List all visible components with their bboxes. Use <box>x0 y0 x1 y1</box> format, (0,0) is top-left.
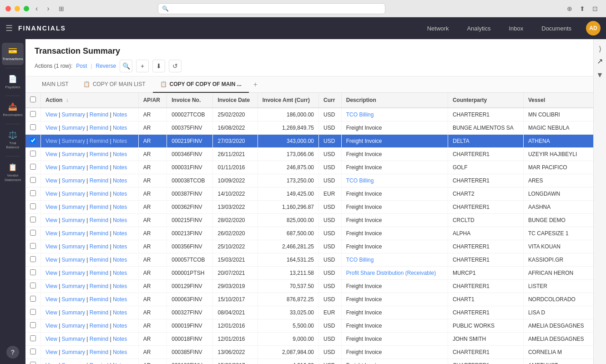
header-description[interactable]: Description <box>341 93 448 108</box>
action-remind-link[interactable]: Remind <box>90 177 108 184</box>
row-action[interactable]: View | Summary | Remind | Notes <box>41 227 139 240</box>
row-checkbox[interactable] <box>30 283 36 288</box>
row-checkbox-cell[interactable] <box>25 227 41 240</box>
row-action[interactable]: View | Summary | Remind | Notes <box>41 267 139 280</box>
action-remind-link[interactable]: Remind <box>90 125 108 131</box>
tab-copy-copy-main[interactable]: 📋 COPY OF COPY OF MAIN ... <box>153 76 249 93</box>
action-summary-link[interactable]: Summary <box>62 362 85 364</box>
post-link[interactable]: Post <box>76 63 87 69</box>
row-checkbox-cell[interactable] <box>25 280 41 293</box>
row-action[interactable]: View | Summary | Remind | Notes <box>41 161 139 174</box>
row-action[interactable]: View | Summary | Remind | Notes <box>41 187 139 201</box>
row-checkbox-cell[interactable] <box>25 121 41 135</box>
row-checkbox-cell[interactable] <box>25 253 41 267</box>
sidebar-item-payables[interactable]: 📄 Payables <box>2 71 24 93</box>
nav-link-inbox[interactable]: Inbox <box>500 17 532 39</box>
action-remind-link[interactable]: Remind <box>90 336 108 342</box>
sidebar-item-vendor-statement[interactable]: 📋 Vendor Statement <box>2 159 24 186</box>
add-tab-button[interactable]: + <box>249 77 262 92</box>
row-action[interactable]: View | Summary | Remind | Notes <box>41 346 139 359</box>
action-summary-link[interactable]: Summary <box>62 296 85 303</box>
action-summary-link[interactable]: Summary <box>62 257 85 263</box>
row-checkbox-cell[interactable] <box>25 306 41 319</box>
header-invoice-no[interactable]: Invoice No. <box>167 93 213 108</box>
action-notes-link[interactable]: Notes <box>113 191 127 197</box>
row-checkbox-cell[interactable] <box>25 108 41 121</box>
row-checkbox[interactable] <box>30 177 36 183</box>
filter-button[interactable]: ▼ <box>595 69 606 81</box>
nav-link-documents[interactable]: Documents <box>532 17 581 39</box>
user-avatar[interactable]: AD <box>586 21 601 35</box>
action-summary-link[interactable]: Summary <box>62 230 85 237</box>
row-action[interactable]: View | Summary | Remind | Notes <box>41 135 139 148</box>
action-notes-link[interactable]: Notes <box>113 217 127 223</box>
action-summary-link[interactable]: Summary <box>62 309 85 316</box>
action-notes-link[interactable]: Notes <box>113 204 127 210</box>
row-checkbox-cell[interactable] <box>25 201 41 214</box>
action-notes-link[interactable]: Notes <box>113 138 127 144</box>
row-checkbox-cell[interactable] <box>25 319 41 333</box>
header-counterparty[interactable]: Counterparty <box>448 93 523 108</box>
sidebar-toggle-button[interactable]: ⊞ <box>56 4 67 13</box>
action-notes-link[interactable]: Notes <box>113 125 127 131</box>
action-view-link[interactable]: View <box>45 151 57 157</box>
action-notes-link[interactable]: Notes <box>113 257 127 263</box>
header-invoice-amt[interactable]: Invoice Amt (Curr) <box>258 93 318 108</box>
add-button[interactable]: + <box>136 60 149 72</box>
row-action[interactable]: View | Summary | Remind | Notes <box>41 201 139 214</box>
action-view-link[interactable]: View <box>45 257 57 263</box>
action-summary-link[interactable]: Summary <box>62 138 85 144</box>
action-summary-link[interactable]: Summary <box>62 336 85 342</box>
row-checkbox[interactable] <box>30 362 36 364</box>
row-checkbox-cell[interactable] <box>25 293 41 306</box>
action-view-link[interactable]: View <box>45 217 57 223</box>
action-summary-link[interactable]: Summary <box>62 283 85 289</box>
row-checkbox[interactable] <box>30 151 36 157</box>
action-remind-link[interactable]: Remind <box>90 257 108 263</box>
action-remind-link[interactable]: Remind <box>90 309 108 316</box>
action-view-link[interactable]: View <box>45 243 57 250</box>
reverse-link[interactable]: Reverse <box>96 63 116 69</box>
action-summary-link[interactable]: Summary <box>62 125 85 131</box>
maximize-button[interactable] <box>24 6 29 11</box>
row-checkbox[interactable] <box>30 217 36 222</box>
action-remind-link[interactable]: Remind <box>90 283 108 289</box>
row-checkbox[interactable] <box>30 124 36 130</box>
action-remind-link[interactable]: Remind <box>90 296 108 303</box>
action-summary-link[interactable]: Summary <box>62 217 85 223</box>
action-summary-link[interactable]: Summary <box>62 270 85 276</box>
action-notes-link[interactable]: Notes <box>113 270 127 276</box>
row-checkbox-cell[interactable] <box>25 214 41 227</box>
download-button[interactable]: ⬇ <box>152 60 165 72</box>
action-remind-link[interactable]: Remind <box>90 204 108 210</box>
select-all-checkbox[interactable] <box>30 96 36 102</box>
share-button[interactable]: ⬆ <box>577 4 588 13</box>
action-view-link[interactable]: View <box>45 323 57 329</box>
action-remind-link[interactable]: Remind <box>90 362 108 364</box>
action-notes-link[interactable]: Notes <box>113 151 127 157</box>
row-checkbox[interactable] <box>30 269 36 275</box>
row-checkbox[interactable] <box>30 296 36 302</box>
action-notes-link[interactable]: Notes <box>113 362 127 364</box>
close-button[interactable] <box>5 6 11 11</box>
header-apar[interactable]: AP/AR <box>138 93 167 108</box>
search-button[interactable]: 🔍 <box>120 60 132 72</box>
action-notes-link[interactable]: Notes <box>113 230 127 237</box>
action-view-link[interactable]: View <box>45 296 57 303</box>
nav-link-analytics[interactable]: Analytics <box>458 17 500 39</box>
table-container[interactable]: Action ↓ AP/AR Invoice No. Invoice Date … <box>25 93 593 364</box>
action-remind-link[interactable]: Remind <box>90 270 108 276</box>
action-notes-link[interactable]: Notes <box>113 336 127 342</box>
action-view-link[interactable]: View <box>45 125 57 131</box>
row-checkbox-cell[interactable] <box>25 267 41 280</box>
action-remind-link[interactable]: Remind <box>90 243 108 250</box>
row-checkbox[interactable] <box>30 335 36 341</box>
row-checkbox[interactable] <box>30 203 36 209</box>
sidebar-item-receivables[interactable]: 📥 Receivables <box>2 99 24 121</box>
row-action[interactable]: View | Summary | Remind | Notes <box>41 174 139 187</box>
nav-link-network[interactable]: Network <box>418 17 458 39</box>
action-remind-link[interactable]: Remind <box>90 138 108 144</box>
add-tab-button[interactable]: ⊕ <box>564 4 575 13</box>
row-action[interactable]: View | Summary | Remind | Notes <box>41 293 139 306</box>
header-curr[interactable]: Curr <box>319 93 342 108</box>
